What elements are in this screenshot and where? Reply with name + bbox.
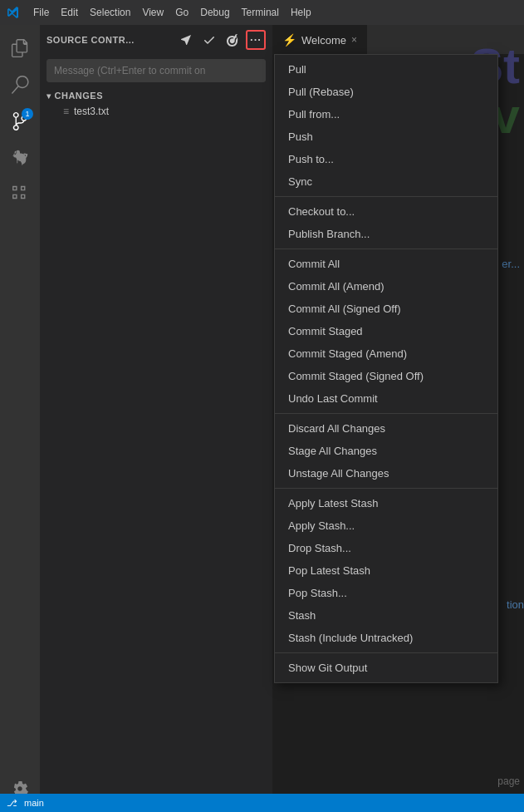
menu-item-pop-stash[interactable]: Pop Stash... (275, 582, 497, 604)
menu-item-commit-all-signed[interactable]: Commit All (Signed Off) (275, 298, 497, 320)
source-control-badge: 1 (22, 108, 33, 120)
menu-item-apply-latest-stash[interactable]: Apply Latest Stash (275, 492, 497, 514)
separator-4 (275, 488, 497, 489)
file-name: test3.txt (74, 106, 109, 117)
menu-help[interactable]: Help (291, 7, 311, 18)
menu-item-stash[interactable]: Stash (275, 604, 497, 627)
menu-selection[interactable]: Selection (90, 7, 130, 18)
titlebar: File Edit Selection View Go Debug Termin… (0, 0, 524, 25)
git-branch-icon: ⎇ (7, 798, 17, 809)
git-branch-label[interactable]: main (24, 798, 44, 808)
editor-tab-bar: ⚡ Welcome × (272, 25, 524, 54)
checkmark-btn[interactable] (199, 30, 219, 50)
activity-bar: 1 (0, 25, 40, 812)
refresh-btn[interactable] (223, 30, 242, 50)
menu-item-commit-staged-amend[interactable]: Commit Staged (Amend) (275, 342, 497, 365)
file-item-test3[interactable]: ≡ test3.txt (40, 104, 272, 119)
source-control-icon[interactable]: 1 (3, 105, 37, 138)
menu-item-discard-all[interactable]: Discard All Changes (275, 417, 497, 440)
menu-debug[interactable]: Debug (200, 7, 229, 18)
menu-go[interactable]: Go (175, 7, 189, 18)
separator-5 (275, 652, 497, 653)
branch-icon-btn[interactable] (176, 30, 196, 50)
bg-link-text-tion: tion (507, 598, 524, 611)
commit-input-area (40, 54, 272, 87)
status-bar: ⎇ main (0, 794, 524, 812)
tab-close-icon[interactable]: × (351, 34, 357, 46)
welcome-tab[interactable]: ⚡ Welcome × (272, 25, 367, 54)
menu-item-push[interactable]: Push (275, 125, 497, 148)
menu-item-stash-untracked[interactable]: Stash (Include Untracked) (275, 627, 497, 649)
menu-terminal[interactable]: Terminal (242, 7, 279, 18)
panel-title: SOURCE CONTR... (47, 35, 171, 45)
file-icon: ≡ (63, 106, 69, 117)
extensions-icon[interactable] (3, 178, 37, 211)
menu-item-stage-all[interactable]: Stage All Changes (275, 440, 497, 462)
changes-header[interactable]: ▾ CHANGES (40, 87, 272, 104)
separator-2 (275, 249, 497, 249)
menu-item-commit-all[interactable]: Commit All (275, 253, 497, 275)
menu-item-pull[interactable]: Pull (275, 58, 497, 81)
titlebar-menu: File Edit Selection View Go Debug Termin… (33, 7, 311, 18)
dropdown-menu: Pull Pull (Rebase) Pull from... Push Pus… (274, 54, 498, 683)
menu-item-pop-latest-stash[interactable]: Pop Latest Stash (275, 559, 497, 582)
panel-header: SOURCE CONTR... ··· (40, 25, 272, 54)
vscode-logo-icon (7, 6, 20, 19)
changes-label: CHANGES (55, 91, 104, 101)
panel-actions: ··· (176, 30, 266, 50)
menu-edit[interactable]: Edit (61, 7, 78, 18)
source-control-panel: SOURCE CONTR... ··· ▾ CHANGES ≡ test3.tx… (40, 25, 272, 812)
run-debug-icon[interactable] (3, 141, 37, 175)
explorer-icon[interactable] (3, 32, 37, 65)
separator-1 (275, 196, 497, 197)
menu-item-undo-last-commit[interactable]: Undo Last Commit (275, 387, 497, 410)
menu-item-pull-from[interactable]: Pull from... (275, 103, 497, 125)
commit-message-input[interactable] (47, 59, 266, 82)
bg-link-text1: er... (502, 258, 520, 270)
menu-view[interactable]: View (142, 7, 164, 18)
menu-item-commit-staged[interactable]: Commit Staged (275, 320, 497, 342)
menu-item-push-to[interactable]: Push to... (275, 148, 497, 170)
bg-page-text: page (497, 775, 520, 787)
more-actions-btn[interactable]: ··· (246, 30, 266, 50)
menu-item-sync[interactable]: Sync (275, 170, 497, 193)
menu-item-drop-stash[interactable]: Drop Stash... (275, 537, 497, 559)
search-icon[interactable] (3, 68, 37, 101)
menu-item-commit-staged-signed[interactable]: Commit Staged (Signed Off) (275, 365, 497, 387)
tab-vscode-icon: ⚡ (282, 33, 296, 47)
chevron-icon: ▾ (47, 91, 51, 101)
menu-item-show-git-output[interactable]: Show Git Output (275, 657, 497, 679)
menu-file[interactable]: File (33, 7, 49, 18)
tab-label: Welcome (301, 34, 346, 47)
menu-item-commit-all-amend[interactable]: Commit All (Amend) (275, 275, 497, 298)
menu-item-unstage-all[interactable]: Unstage All Changes (275, 462, 497, 485)
menu-item-apply-stash[interactable]: Apply Stash... (275, 514, 497, 537)
menu-item-publish-branch[interactable]: Publish Branch... (275, 223, 497, 245)
separator-3 (275, 413, 497, 414)
menu-item-checkout[interactable]: Checkout to... (275, 200, 497, 223)
menu-item-pull-rebase[interactable]: Pull (Rebase) (275, 81, 497, 103)
